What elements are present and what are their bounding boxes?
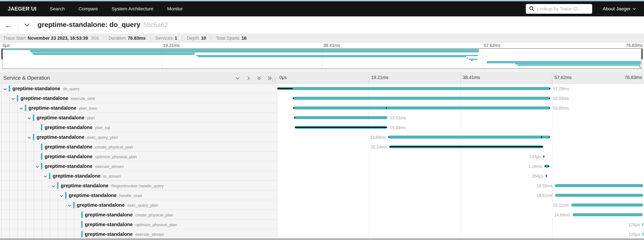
span-name-cell[interactable]: greptime-standaloneoptimize_physical_pla… <box>0 152 277 161</box>
nav-item-monitor[interactable]: Monitor <box>167 6 183 11</box>
tree-controls <box>235 75 273 81</box>
indent-guide <box>26 210 26 220</box>
span-bar[interactable] <box>555 194 643 197</box>
critical-path-segment <box>293 108 294 109</box>
indent-guide <box>34 122 34 132</box>
span-name-cell[interactable]: greptime-standalonecreate_physical_plan <box>0 210 277 220</box>
span-bar[interactable] <box>277 87 550 90</box>
trace-minimap[interactable] <box>0 48 644 69</box>
minimap-left-scrubber-handle[interactable] <box>1 49 3 59</box>
indent-guide <box>1 161 2 171</box>
minimap-span-bar <box>469 59 478 60</box>
span-toggle-chevron-icon[interactable] <box>20 107 23 110</box>
service-operation-header: Service & Operation <box>3 75 50 81</box>
span-row[interactable]: greptime-standalonehandle_read18.51ms <box>0 190 644 200</box>
span-toggle-chevron-icon[interactable] <box>12 97 14 100</box>
span-service-name: greptime-standaloneplan <box>36 115 95 120</box>
span-bar[interactable] <box>642 223 643 226</box>
back-icon[interactable]: ← <box>5 21 12 30</box>
trace-collapse-chevron-icon[interactable] <box>24 21 30 26</box>
span-row[interactable]: greptime-standaloneplan19.51ms <box>0 113 644 122</box>
span-name-cell[interactable]: greptime-standaloneplan_exec <box>0 103 277 113</box>
indent-guide <box>1 142 2 152</box>
span-toggle-chevron-icon[interactable] <box>60 194 63 197</box>
span-name-cell[interactable]: greptime-standaloneRegionInvoker::handle… <box>0 181 277 190</box>
span-name-cell[interactable]: greptime-standalonecreate_physical_plan <box>0 142 277 152</box>
span-name-cell[interactable]: greptime-standalonehandle_read <box>0 190 277 200</box>
minimap-span-bar <box>33 54 194 55</box>
span-service-name: greptime-standaloneexecute_stream <box>85 232 164 237</box>
trace-id-lookup-input[interactable] <box>537 6 587 11</box>
collapse-all-icon[interactable] <box>256 75 262 81</box>
span-name-cell[interactable]: greptime-standaloneexecute_stream <box>0 229 277 239</box>
span-row[interactable]: greptime-standaloneRegionInvoker::handle… <box>0 181 644 190</box>
column-divider[interactable] <box>277 84 278 240</box>
span-name-cell[interactable]: greptime-standaloneexec_query_plan <box>0 200 277 210</box>
minimap-gridline <box>482 49 483 68</box>
horizontal-scrollbar[interactable] <box>0 238 644 240</box>
span-name-cell[interactable]: greptime-standaloneexec_query_plan <box>0 132 277 142</box>
span-row[interactable]: greptime-standaloneexecute_stream126μs <box>0 229 644 239</box>
page-title: greptime-standalone: do_query58c6a62 <box>38 21 168 29</box>
span-bar[interactable] <box>642 233 644 236</box>
span-toggle-chevron-icon[interactable] <box>36 165 39 168</box>
span-row[interactable]: greptime-standaloneexecute_stream1.04ms <box>0 161 644 171</box>
span-row[interactable]: greptime-standaloneexec_query_plan15.11m… <box>0 200 644 210</box>
minimap-tick-label: 0μs <box>3 43 10 48</box>
column-resizer-handle[interactable] <box>272 78 276 82</box>
span-bar[interactable] <box>294 116 387 119</box>
summary-separator <box>211 36 211 41</box>
span-name-cell[interactable]: greptime-standaloneplan <box>0 113 277 122</box>
span-toggle-chevron-icon[interactable] <box>28 135 31 138</box>
span-row[interactable]: greptime-standaloneoptimize_physical_pla… <box>0 220 644 229</box>
span-name-cell[interactable]: greptime-standaloneoptimize_physical_pla… <box>0 220 277 229</box>
span-toggle-chevron-icon[interactable] <box>44 174 47 177</box>
span-bar[interactable] <box>388 135 550 138</box>
brand-jaeger-ui[interactable]: JAEGER UI <box>8 6 36 12</box>
trace-id-lookup[interactable] <box>526 4 592 14</box>
minimap-tick-label: 57.62ms <box>484 43 500 48</box>
span-row[interactable]: greptime-standaloneoptimize_physical_pla… <box>0 152 644 161</box>
expand-all-icon[interactable] <box>267 75 273 81</box>
span-rows-area: greptime-standalonedo_query57.28msgrepti… <box>0 84 644 240</box>
span-row[interactable]: greptime-standalonecreate_physical_plan1… <box>0 210 644 220</box>
span-name-cell[interactable]: greptime-standalonedo_query <box>0 84 277 93</box>
span-row[interactable]: greptime-standaloneplan_sql19.34ms <box>0 122 644 132</box>
span-color-bar <box>33 134 34 140</box>
indent-guide <box>34 171 34 181</box>
span-name-cell[interactable]: greptime-standaloneplan_sql <box>0 122 277 132</box>
span-row[interactable]: greptime-standalonecreate_physical_plan3… <box>0 142 644 152</box>
minimap-right-scrubber-handle[interactable] <box>641 49 643 59</box>
nav-item-system-architecture[interactable]: System Architecture <box>112 6 154 11</box>
span-row[interactable]: greptime-standaloneexecute_stmt53.93ms <box>0 93 644 103</box>
span-toggle-chevron-icon[interactable] <box>4 87 6 90</box>
span-row[interactable]: greptime-standalonedo_query57.28ms <box>0 84 644 93</box>
span-name-cell[interactable]: greptime-standaloneexecute_stmt <box>0 93 277 103</box>
minimap-tick-label: 38.41ms <box>323 43 340 48</box>
nav-item-compare[interactable]: Compare <box>78 6 98 11</box>
span-name-cell[interactable]: greptime-standaloneto_stream <box>0 171 277 181</box>
expand-one-icon[interactable] <box>246 75 251 81</box>
about-jaeger-menu[interactable]: About Jaeger <box>602 6 635 11</box>
collapse-one-icon[interactable] <box>235 75 240 81</box>
span-color-bar <box>41 144 42 150</box>
span-toggle-chevron-icon[interactable] <box>28 116 31 119</box>
indent-guide <box>10 103 10 113</box>
span-service-name: greptime-standaloneplan_sql <box>44 125 110 130</box>
critical-path-segment <box>293 98 294 99</box>
span-row[interactable]: greptime-standaloneto_stream264μs <box>0 171 644 181</box>
span-toggle-chevron-icon[interactable] <box>68 204 71 207</box>
span-bar[interactable] <box>572 213 643 216</box>
span-row[interactable]: greptime-standaloneplan_exec53.85ms <box>0 103 644 113</box>
span-toggle-chevron-icon[interactable] <box>52 184 55 187</box>
span-name-cell[interactable]: greptime-standaloneexecute_stream <box>0 161 277 171</box>
nav-item-search[interactable]: Search <box>50 6 65 11</box>
span-row[interactable]: greptime-standaloneexec_query_plan33.89m… <box>0 132 644 142</box>
indent-guide <box>1 190 2 200</box>
span-bar[interactable] <box>293 97 550 100</box>
span-bar[interactable] <box>293 107 550 110</box>
span-bar[interactable] <box>571 204 643 207</box>
indent-guide <box>58 200 58 210</box>
span-bar[interactable] <box>555 184 643 187</box>
critical-path-segment <box>389 146 543 147</box>
